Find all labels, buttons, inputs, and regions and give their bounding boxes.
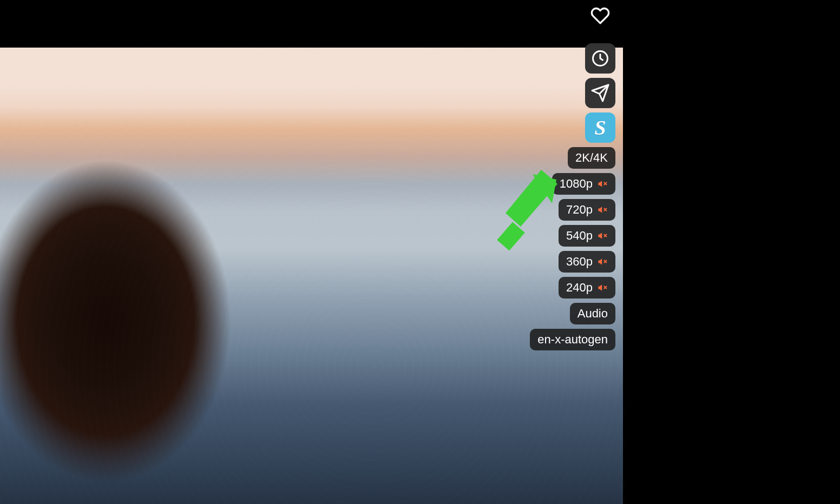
quality-label: Audio — [578, 303, 608, 324]
quality-240p[interactable]: 240p — [559, 277, 615, 299]
mute-icon — [597, 178, 608, 189]
mute-icon — [597, 282, 608, 293]
video-frame[interactable] — [0, 48, 623, 504]
quality-audio[interactable]: Audio — [570, 303, 615, 324]
right-controls: S 2K/4K1080p720p540p360p240pAudio en-x-a… — [530, 43, 615, 350]
quality-720p[interactable]: 720p — [559, 199, 615, 221]
quality-1080p[interactable]: 1080p — [552, 173, 615, 195]
mute-icon — [597, 204, 608, 215]
subtitle-option[interactable]: en-x-autogen — [530, 329, 615, 350]
s-button[interactable]: S — [585, 112, 615, 143]
quality-list: 2K/4K1080p720p540p360p240pAudio — [552, 147, 615, 324]
quality-label: 360p — [566, 251, 593, 273]
heart-icon — [590, 6, 610, 25]
quality-label: 240p — [566, 277, 593, 299]
subtitle-label: en-x-autogen — [537, 329, 608, 350]
clock-icon — [590, 49, 610, 68]
quality-label: 1080p — [560, 173, 593, 195]
s-glyph: S — [594, 116, 606, 140]
quality-360p[interactable]: 360p — [559, 251, 615, 273]
quality-label: 720p — [566, 199, 593, 221]
mute-icon — [597, 256, 608, 267]
mute-icon — [597, 230, 608, 241]
quality-label: 540p — [566, 225, 593, 247]
share-button[interactable] — [585, 78, 615, 108]
favorite-button[interactable] — [590, 6, 610, 25]
quality-540p[interactable]: 540p — [559, 225, 615, 247]
quality-2k4k[interactable]: 2K/4K — [568, 147, 615, 169]
history-button[interactable] — [585, 43, 615, 74]
paper-plane-icon — [590, 83, 610, 103]
quality-label: 2K/4K — [575, 147, 608, 169]
